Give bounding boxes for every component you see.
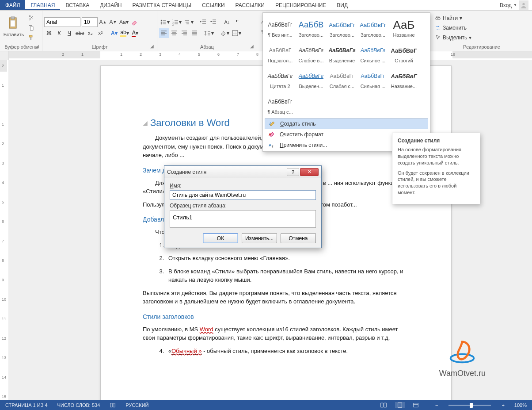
svg-rect-24: [398, 403, 402, 408]
bold-button[interactable]: Ж: [44, 28, 54, 38]
style-gallery-item[interactable]: АаБНазвание: [388, 15, 419, 40]
style-gallery-item[interactable]: АаБбВвГг¶ Без инт...: [265, 15, 296, 40]
grow-font-button[interactable]: A▲: [98, 17, 108, 27]
svg-rect-8: [29, 35, 32, 37]
sort-button[interactable]: A↓: [222, 17, 232, 27]
subscript-button[interactable]: x₂: [85, 28, 95, 38]
account-login[interactable]: Вход▼: [496, 0, 532, 10]
tab-mailings[interactable]: РАССЫЛКИ: [230, 0, 270, 10]
multilevel-button[interactable]: ▾: [183, 17, 194, 27]
word-count-status[interactable]: ЧИСЛО СЛОВ: 534: [56, 402, 102, 408]
vertical-ruler[interactable]: 21123456789101112131415: [0, 60, 9, 402]
borders-button[interactable]: ▾: [231, 28, 242, 38]
tab-file[interactable]: ФАЙЛ: [0, 0, 25, 10]
cursor-icon: [435, 34, 441, 41]
text-effects-button[interactable]: A▾: [109, 28, 119, 38]
multilevel-icon: [184, 19, 191, 26]
format-painter-button[interactable]: [27, 33, 36, 43]
dialog-launcher-icon[interactable]: ◢: [34, 44, 40, 50]
style-gallery-item[interactable]: АаБбВвГгСильное ...: [357, 40, 388, 66]
tab-insert[interactable]: ВСТАВКА: [60, 0, 95, 10]
style-gallery-item[interactable]: АаБбВвГПодзагол...: [265, 40, 296, 66]
style-gallery-item[interactable]: АаБбВвГгВыделение: [327, 40, 357, 66]
underline-button[interactable]: Ч: [65, 28, 74, 38]
tab-home[interactable]: ГЛАВНАЯ: [25, 0, 60, 10]
find-button[interactable]: Найти ▾: [433, 13, 530, 23]
cut-button[interactable]: [27, 13, 36, 23]
read-mode-button[interactable]: [378, 402, 389, 408]
create-style-command[interactable]: A ССоздать стильоздать стиль: [265, 119, 428, 129]
line-spacing-button[interactable]: ▾: [203, 28, 215, 38]
paste-button[interactable]: Вставить: [2, 12, 26, 41]
font-size-input[interactable]: [82, 17, 98, 27]
style-gallery-item[interactable]: АаБбВвГгСлабое в...: [296, 40, 327, 66]
web-layout-icon: [413, 402, 419, 408]
svg-point-10: [161, 20, 162, 21]
spellcheck-status[interactable]: [108, 402, 118, 408]
dialog-close-button[interactable]: ✕: [300, 168, 319, 176]
clear-format-icon: A: [268, 131, 275, 138]
style-gallery-item[interactable]: АаБбВвГНазвание...: [388, 66, 419, 92]
dialog-launcher-icon[interactable]: ◢: [149, 44, 155, 50]
change-case-button[interactable]: Aa▾: [118, 17, 129, 27]
svg-point-12: [161, 23, 162, 25]
style-gallery-item[interactable]: АаБбВЗаголово...: [296, 15, 327, 40]
bullets-icon: [160, 19, 167, 26]
outdent-button[interactable]: [198, 17, 208, 27]
shrink-font-button[interactable]: A▼: [108, 17, 118, 27]
style-gallery-item[interactable]: АаБбВвГгСильная ...: [357, 66, 388, 92]
dialog-help-button[interactable]: ?: [287, 168, 299, 176]
eraser-icon: [131, 19, 138, 26]
highlight-button[interactable]: ab▾: [119, 28, 129, 38]
book-icon: [110, 402, 116, 408]
tab-design[interactable]: ДИЗАЙН: [95, 0, 127, 10]
style-gallery-item[interactable]: АаБбВвГгСлабая с...: [327, 66, 357, 92]
select-button[interactable]: Выделить ▾: [433, 33, 530, 42]
tab-references[interactable]: ССЫЛКИ: [197, 0, 230, 10]
web-layout-button[interactable]: [411, 402, 421, 408]
language-status[interactable]: РУССКИЙ: [124, 402, 150, 408]
replace-button[interactable]: Заменить: [433, 23, 530, 33]
cancel-button[interactable]: Отмена: [281, 233, 316, 243]
style-name-input[interactable]: [170, 190, 316, 200]
copy-button[interactable]: [27, 23, 36, 33]
print-layout-button[interactable]: [395, 402, 405, 408]
superscript-button[interactable]: x²: [95, 28, 105, 38]
clear-format-button[interactable]: [130, 17, 140, 27]
font-color-button[interactable]: A▾: [130, 28, 140, 38]
indent-button[interactable]: [209, 17, 218, 27]
style-gallery-item[interactable]: АаБбВвГгЗаголово...: [357, 15, 388, 40]
tab-review[interactable]: РЕЦЕНЗИРОВАНИЕ: [270, 0, 331, 10]
zoom-slider[interactable]: [448, 405, 491, 406]
align-justify-button[interactable]: [190, 28, 199, 38]
align-left-button[interactable]: [159, 28, 169, 38]
list-item: В блоке команд «Стили» выбрать понравивш…: [166, 267, 411, 284]
tab-view[interactable]: ВИД: [331, 0, 353, 10]
zoom-out-button[interactable]: −: [433, 402, 440, 408]
svg-point-4: [29, 19, 30, 20]
ok-button[interactable]: ОК: [203, 233, 238, 243]
dialog-titlebar[interactable]: Создание стиля ? ✕: [164, 166, 321, 178]
zoom-level[interactable]: 100%: [513, 402, 528, 408]
style-gallery-item[interactable]: АаБбВвГг¶ Абзац с...: [265, 92, 296, 117]
modify-button[interactable]: Изменить...: [242, 233, 277, 243]
align-right-button[interactable]: [179, 28, 189, 38]
borders-icon: [232, 30, 239, 37]
dialog-launcher-icon[interactable]: ◢: [249, 44, 255, 50]
style-gallery-item[interactable]: АаБбВвГСтрогий: [388, 40, 419, 66]
tab-layout[interactable]: РАЗМЕТКА СТРАНИЦЫ: [127, 0, 197, 10]
style-gallery-item[interactable]: АаБбВвГгЦитата 2: [265, 66, 296, 92]
bullets-button[interactable]: ▾: [159, 17, 171, 27]
strike-button[interactable]: abc: [75, 28, 85, 38]
shading-button[interactable]: ▾: [219, 28, 230, 38]
style-gallery-item[interactable]: АаБбВвГгВыделен...: [296, 66, 327, 92]
align-center-button[interactable]: [169, 28, 179, 38]
zoom-in-button[interactable]: +: [500, 402, 506, 408]
italic-button[interactable]: К: [54, 28, 64, 38]
numbering-button[interactable]: 123▾: [171, 17, 182, 27]
font-name-input[interactable]: [44, 17, 80, 27]
style-gallery-item[interactable]: АаБбВвГгЗаголово...: [327, 15, 357, 40]
page-number-status[interactable]: СТРАНИЦА 1 ИЗ 4: [4, 402, 49, 408]
pilcrow-button[interactable]: ¶: [232, 17, 242, 27]
align-left-icon: [160, 30, 167, 37]
